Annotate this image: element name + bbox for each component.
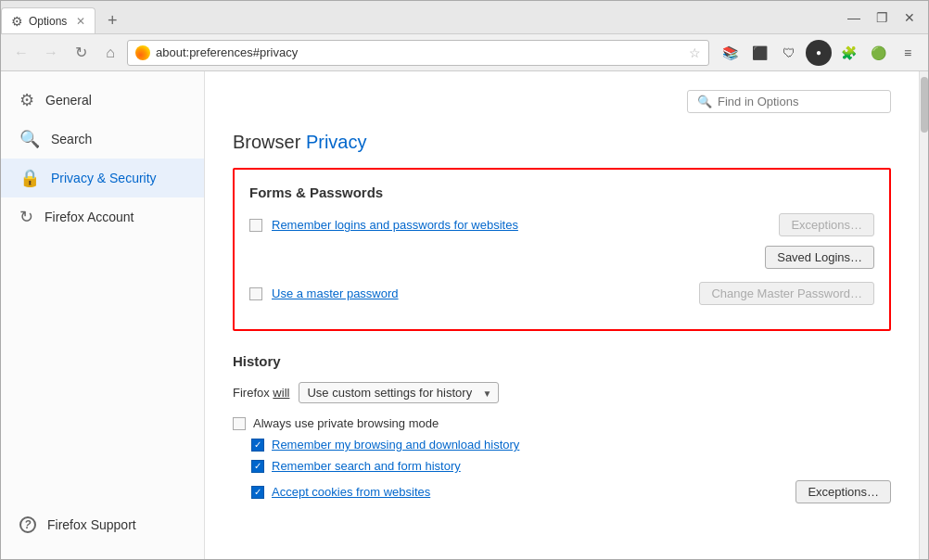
scrollbar-track[interactable] [919,71,928,559]
window-controls: — ❐ ✕ [841,8,928,27]
bookmark-star-icon[interactable]: ☆ [689,45,701,60]
sidebar-item-firefox-account[interactable]: ↻ Firefox Account [1,197,204,236]
history-dropdown[interactable]: Remember history Never remember history … [299,382,499,403]
saved-logins-button[interactable]: Saved Logins… [765,246,874,269]
pocket-button[interactable]: 🟢 [865,40,891,66]
master-password-left: Use a master password [249,286,399,300]
history-dropdown-row: Firefox will Remember history Never reme… [233,382,891,403]
find-search-icon: 🔍 [697,95,712,108]
address-bar[interactable]: about:preferences#privacy ☆ [127,40,709,66]
scrollbar-thumb[interactable] [921,77,928,133]
forward-button[interactable]: → [38,40,64,66]
remember-logins-left: Remember logins and passwords for websit… [249,218,518,232]
toolbar-icons: 📚 ⬛ 🛡 ● 🧩 🟢 ≡ [717,40,921,66]
cookies-exceptions-button[interactable]: Exceptions… [795,480,891,503]
master-password-checkbox[interactable] [249,287,262,300]
close-button[interactable]: ✕ [897,8,923,27]
page-title: Browser Privacy [233,132,891,153]
new-tab-button[interactable]: + [99,7,125,33]
search-icon: 🔍 [19,129,40,149]
sidebar-bottom: ? Firefox Support [1,500,204,550]
options-tab-label: Options [29,15,67,28]
options-tab[interactable]: ⚙ Options ✕ [1,7,95,33]
general-icon: ⚙ [19,90,34,110]
avatar-button[interactable]: ● [806,40,832,66]
exceptions-button[interactable]: Exceptions… [779,213,874,236]
content-area: ⚙ General 🔍 Search 🔒 Privacy & Security … [1,71,928,559]
master-password-row: Use a master password Change Master Pass… [249,282,874,305]
sidebar-item-general[interactable]: ⚙ General [1,81,204,120]
options-tab-gear-icon: ⚙ [11,14,23,29]
sidebar-item-support[interactable]: ? Firefox Support [19,509,185,541]
remember-browsing-checkbox[interactable]: ✓ [251,439,264,452]
support-icon: ? [19,516,36,533]
home-button[interactable]: ⌂ [97,40,123,66]
back-button[interactable]: ← [8,40,34,66]
menu-button[interactable]: ≡ [895,40,921,66]
browser-frame: ⚙ Options ✕ + — ❐ ✕ ← → ↻ ⌂ about:prefer… [0,0,929,560]
will-text: will [273,386,289,400]
sidebar-item-firefox-account-label: Firefox Account [45,210,134,224]
accept-cookies-row: ✓ Accept cookies from websites Exception… [233,480,891,503]
find-bar[interactable]: 🔍 [687,90,891,113]
sidebar-item-support-label: Firefox Support [47,517,136,532]
minimize-button[interactable]: — [841,8,867,27]
sidebar-item-search-label: Search [51,132,92,146]
forms-passwords-section: Forms & Passwords Remember logins and pa… [233,168,891,331]
sidebar: ⚙ General 🔍 Search 🔒 Privacy & Security … [1,71,205,559]
sidebar-item-general-label: General [45,93,92,108]
remember-logins-checkbox[interactable] [249,219,262,232]
change-master-password-button[interactable]: Change Master Password… [699,282,874,305]
synced-tabs-button[interactable]: ⬛ [746,40,772,66]
remember-browsing-row: ✓ Remember my browsing and download hist… [251,438,891,452]
sidebar-item-privacy[interactable]: 🔒 Privacy & Security [1,159,204,197]
options-tab-close-icon[interactable]: ✕ [76,15,85,28]
history-section-title: History [233,353,891,369]
sidebar-item-privacy-label: Privacy & Security [51,171,157,185]
saved-logins-row: Saved Logins… [249,246,874,269]
sidebar-spacer [1,236,204,500]
extensions-button[interactable]: 🧩 [835,40,861,66]
address-text: about:preferences#privacy [156,45,683,59]
find-in-options-input[interactable] [718,95,881,108]
page-title-part2: Privacy [306,132,367,152]
history-section: History Firefox will Remember history Ne… [233,353,891,503]
always-private-checkbox[interactable] [233,417,246,430]
remember-logins-label: Remember logins and passwords for websit… [272,218,518,232]
remember-logins-right: Exceptions… [779,213,874,236]
main-content: 🔍 Browser Privacy Forms & Passwords Reme… [205,71,919,559]
firefox-text: Firefox [233,386,270,400]
remember-search-label: Remember search and form history [272,459,461,473]
always-private-label: Always use private browsing mode [253,416,439,430]
firefox-account-icon: ↻ [19,207,33,227]
shield-button[interactable]: 🛡 [776,40,802,66]
history-dropdown-wrap: Remember history Never remember history … [299,382,499,403]
master-password-label: Use a master password [272,286,399,300]
privacy-lock-icon: 🔒 [19,168,40,188]
remember-search-row: ✓ Remember search and form history [251,459,891,473]
accept-cookies-left: ✓ Accept cookies from websites [251,485,430,499]
remember-logins-row: Remember logins and passwords for websit… [249,213,874,236]
maximize-button[interactable]: ❐ [869,8,895,27]
accept-cookies-label: Accept cookies from websites [272,485,430,499]
remember-browsing-label: Remember my browsing and download histor… [272,438,519,452]
firefox-logo-icon [135,45,150,60]
library-button[interactable]: 📚 [717,40,743,66]
reload-button[interactable]: ↻ [68,40,94,66]
tab-bar: ⚙ Options ✕ + [1,1,125,33]
accept-cookies-checkbox[interactable]: ✓ [251,486,264,499]
firefox-will-label: Firefox will [233,386,289,400]
will-underline-text: will [273,386,289,400]
title-bar: ⚙ Options ✕ + — ❐ ✕ [1,1,928,34]
find-bar-wrapper: 🔍 [233,90,891,113]
always-private-row: Always use private browsing mode [233,416,891,430]
remember-search-checkbox[interactable]: ✓ [251,460,264,473]
toolbar: ← → ↻ ⌂ about:preferences#privacy ☆ 📚 ⬛ … [1,34,928,71]
master-password-right: Change Master Password… [699,282,874,305]
forms-section-title: Forms & Passwords [249,185,874,200]
sidebar-item-search[interactable]: 🔍 Search [1,120,204,159]
page-title-part1: Browser [233,132,300,152]
